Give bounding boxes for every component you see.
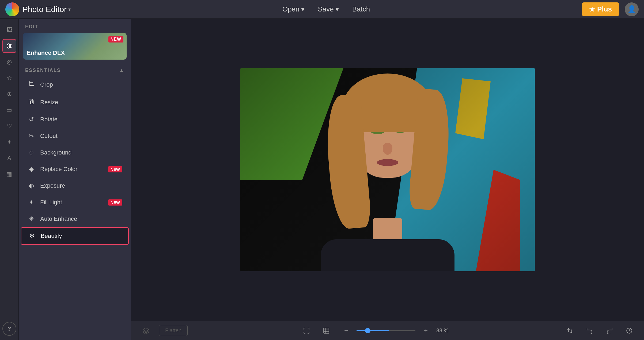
rotate-label: Rotate	[40, 116, 122, 123]
sidebar-icon-sparkle[interactable]: ✦	[2, 135, 16, 149]
canvas-wrapper: Flatten − + 33 %	[131, 19, 644, 340]
zoom-in-button[interactable]: +	[419, 324, 433, 337]
enhance-card[interactable]: Enhance DLX NEW	[23, 33, 127, 60]
zoom-slider[interactable]	[357, 330, 415, 331]
essentials-section-header: ESSENTIALS ▲	[19, 65, 131, 76]
help-label: ?	[7, 325, 11, 332]
tool-item-cutout[interactable]: ✂ Cutout	[21, 128, 129, 144]
save-chevron: ▾	[335, 5, 339, 13]
nose	[383, 143, 392, 155]
auto-enhance-label: Auto Enhance	[40, 215, 122, 222]
essentials-collapse-button[interactable]: ▲	[119, 68, 124, 73]
edit-section-label: EDIT	[19, 19, 131, 33]
fill-light-label: Fill Light	[40, 199, 103, 206]
app-logo[interactable]	[5, 2, 19, 16]
sidebar-icon-heart[interactable]: ♡	[2, 119, 16, 133]
flatten-button[interactable]: Flatten	[159, 325, 188, 336]
enhance-new-badge: NEW	[108, 36, 123, 42]
beautify-icon: ✼	[28, 233, 36, 239]
crop-icon	[27, 81, 35, 89]
plus-button[interactable]: ★ Plus	[582, 2, 619, 16]
sidebar-icon-nodes[interactable]: ⊕	[2, 87, 16, 101]
app-title-text: Photo Editor	[22, 5, 67, 14]
svg-point-5	[8, 47, 9, 48]
face-group	[326, 74, 449, 271]
exposure-icon: ◐	[27, 182, 35, 189]
sidebar-icon-eye[interactable]: ◎	[2, 55, 16, 69]
open-label: Open	[282, 5, 300, 13]
essentials-label: ESSENTIALS	[25, 68, 61, 73]
enhance-card-label: Enhance DLX	[27, 49, 65, 56]
svg-rect-9	[324, 328, 329, 333]
sidebar-icon-sliders[interactable]	[2, 39, 16, 53]
portrait	[240, 68, 535, 271]
photo-canvas	[240, 68, 535, 271]
topbar: Photo Editor ▾ Open ▾ Save ▾ Batch ★ Plu…	[0, 0, 644, 19]
fill-light-new-badge: NEW	[108, 199, 122, 206]
bottom-toolbar: Flatten − + 33 %	[131, 321, 644, 340]
tool-item-replace-color[interactable]: ◈ Replace Color NEW	[21, 161, 129, 177]
canvas-area	[131, 19, 644, 321]
topbar-nav: Open ▾ Save ▾ Batch	[282, 5, 370, 13]
batch-menu[interactable]: Batch	[352, 5, 370, 13]
icon-sidebar: 🖼 ◎ ☆ ⊕ ▭ ♡ ✦ A ▦ ?	[0, 19, 19, 340]
tool-item-auto-enhance[interactable]: ✳ Auto Enhance	[21, 211, 129, 227]
user-avatar[interactable]: 👤	[625, 2, 639, 16]
resize-label: Resize	[40, 99, 122, 106]
undo-button[interactable]	[583, 324, 596, 337]
replace-color-icon: ◈	[27, 166, 35, 173]
fill-light-icon: ✦	[27, 199, 35, 206]
plus-label: Plus	[597, 5, 612, 13]
open-chevron: ▾	[301, 5, 305, 13]
tool-item-beautify[interactable]: ✼ Beautify	[21, 227, 129, 245]
fullscreen-button[interactable]	[320, 324, 333, 337]
background-label: Background	[40, 149, 122, 156]
save-menu[interactable]: Save ▾	[318, 5, 339, 13]
tool-item-rotate[interactable]: ↺ Rotate	[21, 111, 129, 128]
crop-label: Crop	[40, 81, 122, 88]
rotate-icon: ↺	[27, 116, 35, 123]
tool-item-exposure[interactable]: ◐ Exposure	[21, 177, 129, 194]
sidebar-icon-image[interactable]: 🖼	[2, 23, 16, 37]
replace-color-new-badge: NEW	[108, 166, 122, 172]
batch-label: Batch	[352, 5, 370, 13]
main-area: 🖼 ◎ ☆ ⊕ ▭ ♡ ✦ A ▦ ? EDIT Enhan	[0, 19, 644, 340]
help-button[interactable]: ?	[2, 322, 16, 336]
plus-star: ★	[589, 6, 595, 13]
exposure-label: Exposure	[40, 182, 122, 189]
svg-point-3	[8, 44, 9, 45]
app-title[interactable]: Photo Editor ▾	[22, 5, 71, 14]
zoom-control: − + 33 %	[339, 324, 451, 337]
fit-to-screen-button[interactable]	[300, 324, 313, 337]
svg-rect-7	[31, 101, 34, 104]
tool-item-fill-light[interactable]: ✦ Fill Light NEW	[21, 194, 129, 211]
open-menu[interactable]: Open ▾	[282, 5, 305, 13]
svg-point-4	[9, 45, 11, 47]
beautify-label: Beautify	[41, 233, 122, 239]
zoom-percentage: 33 %	[436, 327, 451, 334]
history-button[interactable]	[623, 324, 636, 337]
sidebar-icon-rect[interactable]: ▭	[2, 103, 16, 117]
app-title-chevron: ▾	[68, 6, 71, 12]
svg-marker-8	[143, 328, 149, 331]
tool-item-resize[interactable]: Resize	[21, 94, 129, 111]
shoulders	[321, 239, 454, 271]
sidebar-icon-text[interactable]: A	[2, 151, 16, 165]
redo-button[interactable]	[603, 324, 616, 337]
zoom-out-button[interactable]: −	[339, 324, 353, 337]
save-label: Save	[318, 5, 334, 13]
tools-panel: EDIT Enhance DLX NEW ESSENTIALS ▲ Crop	[19, 19, 131, 340]
swap-button[interactable]	[563, 324, 577, 337]
resize-icon	[27, 98, 35, 106]
background-icon: ◇	[27, 149, 35, 156]
tool-item-crop[interactable]: Crop	[21, 76, 129, 94]
auto-enhance-icon: ✳	[27, 215, 35, 222]
replace-color-label: Replace Color	[40, 166, 103, 173]
cutout-label: Cutout	[40, 133, 122, 140]
sidebar-icon-star[interactable]: ☆	[2, 71, 16, 85]
cutout-icon: ✂	[27, 133, 35, 140]
tool-item-background[interactable]: ◇ Background	[21, 144, 129, 161]
lips	[377, 159, 398, 166]
sidebar-icon-texture[interactable]: ▦	[2, 167, 16, 181]
layers-button[interactable]	[139, 324, 153, 337]
